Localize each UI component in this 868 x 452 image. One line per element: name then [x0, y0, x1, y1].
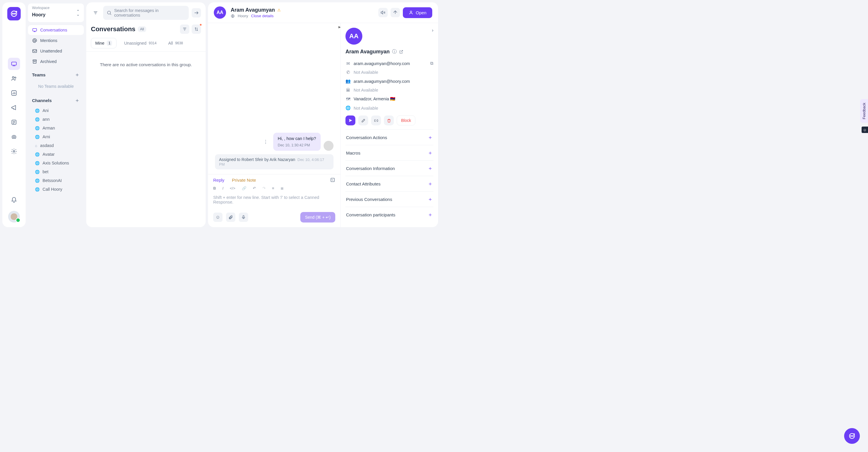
all-pill[interactable]: All	[138, 26, 146, 32]
ul-icon[interactable]: ≡	[272, 186, 274, 191]
edit-contact-button[interactable]	[358, 115, 368, 125]
block-contact-button[interactable]: Block	[397, 115, 415, 125]
expand-details-icon[interactable]: ›	[432, 28, 433, 33]
teams-header: Teams ＋	[28, 67, 84, 80]
rail-reports-icon[interactable]	[8, 87, 20, 99]
collapse-list-icon[interactable]	[192, 8, 201, 18]
channel-item[interactable]: 🌐Arman	[28, 124, 84, 132]
accordion-section[interactable]: Macros＋	[345, 145, 433, 160]
mute-button[interactable]	[378, 8, 388, 17]
rail-campaigns-icon[interactable]	[8, 102, 20, 114]
sort-button[interactable]	[192, 25, 201, 34]
nav-conversations[interactable]: Conversations	[28, 25, 84, 35]
close-details-link[interactable]: Close details	[251, 14, 274, 18]
channel-type-icon: 🌐	[35, 161, 40, 165]
svg-point-18	[107, 11, 111, 14]
channel-item[interactable]: 🌐Call Hoory	[28, 185, 84, 194]
link-icon[interactable]: 🔗	[242, 186, 246, 191]
accordion-section[interactable]: Conversation participants＋	[345, 207, 433, 222]
share-button[interactable]	[391, 8, 400, 17]
accordion-section[interactable]: Previous Conversations＋	[345, 191, 433, 207]
rail-help-icon[interactable]	[8, 116, 20, 128]
code-icon[interactable]: </>	[230, 186, 235, 191]
tab-unassigned[interactable]: Unassigned 9314	[120, 38, 160, 49]
signature-icon[interactable]	[330, 177, 335, 182]
channel-item[interactable]: 🌐bet	[28, 167, 84, 176]
rail-settings-icon[interactable]	[8, 145, 20, 158]
emoji-button[interactable]: ☺	[213, 213, 222, 222]
svg-rect-17	[33, 61, 36, 63]
channel-item[interactable]: ⌂asdasd	[28, 141, 84, 150]
italic-icon[interactable]: I	[222, 186, 223, 191]
warning-icon: ⚠	[277, 8, 281, 12]
contact-name: Aram Avagumyan	[231, 7, 275, 13]
expand-icon[interactable]: ＋	[428, 149, 433, 156]
svg-point-10	[13, 137, 14, 137]
redo-icon[interactable]: ↷	[262, 186, 266, 191]
channel-item[interactable]: 🌐Avatar	[28, 150, 84, 159]
brand-logo[interactable]	[7, 7, 21, 21]
search-icon	[106, 10, 112, 16]
phone-icon: ✆	[345, 70, 351, 75]
send-button[interactable]: Send (⌘ + ↵)	[300, 212, 335, 223]
accordion-section[interactable]: Conversation Actions＋	[345, 130, 433, 145]
svg-point-2	[14, 13, 16, 14]
rail-contacts-icon[interactable]	[8, 72, 20, 85]
channel-type-icon: 🌐	[35, 117, 40, 122]
list-title: Conversations	[91, 25, 135, 33]
reply-tab[interactable]: Reply	[213, 177, 224, 182]
channel-item[interactable]: 🌐Arni	[28, 132, 84, 141]
user-avatar[interactable]	[8, 211, 20, 223]
tab-all[interactable]: All 9638	[164, 38, 187, 49]
notifications-icon[interactable]	[8, 194, 20, 206]
channel-item[interactable]: 🌐BetssonAI	[28, 176, 84, 185]
nav-mentions[interactable]: Mentions	[28, 35, 84, 46]
message-menu-icon[interactable]: ⋮	[261, 137, 270, 146]
external-link-icon[interactable]	[399, 50, 403, 54]
expand-icon[interactable]: ＋	[428, 134, 433, 141]
private-note-tab[interactable]: Private Note	[232, 177, 256, 182]
ol-icon[interactable]: ≣	[280, 186, 284, 191]
svg-point-3	[16, 11, 17, 12]
people-icon: 👥	[345, 79, 351, 84]
add-channel-button[interactable]: ＋	[74, 97, 80, 104]
nav-archived[interactable]: Archived	[28, 57, 84, 66]
expand-icon[interactable]: ＋	[428, 165, 433, 172]
teams-empty: No Teams available	[28, 81, 84, 92]
svg-point-5	[12, 77, 14, 78]
tab-mine[interactable]: Mine 1	[91, 38, 117, 49]
merge-contact-button[interactable]	[371, 115, 381, 125]
new-conversation-button[interactable]	[345, 115, 355, 125]
info-icon[interactable]: ⓘ	[392, 49, 397, 55]
expand-icon[interactable]: ＋	[428, 180, 433, 187]
bold-icon[interactable]: B	[213, 186, 216, 191]
expand-icon[interactable]: ＋	[428, 196, 433, 203]
add-team-button[interactable]: ＋	[74, 71, 80, 78]
workspace-picker[interactable]: Workspace Hoory ⌃⌄	[28, 3, 84, 22]
channel-type-icon: 🌐	[35, 178, 40, 183]
channel-item[interactable]: 🌐Ani	[28, 106, 84, 115]
undo-icon[interactable]: ↶	[253, 186, 256, 191]
expand-icon[interactable]: ＋	[428, 211, 433, 218]
attach-button[interactable]	[226, 213, 235, 222]
svg-point-1	[12, 13, 13, 14]
channel-item[interactable]: 🌐Axis Solutions	[28, 159, 84, 167]
svg-point-14	[34, 40, 35, 41]
filter-icon[interactable]	[91, 8, 100, 18]
filter-button[interactable]	[180, 25, 189, 34]
channel-item[interactable]: 🌐ann	[28, 115, 84, 124]
message-input[interactable]: Shift + enter for new line. Start with '…	[208, 193, 341, 209]
delete-contact-button[interactable]	[384, 115, 394, 125]
rail-bot-icon[interactable]	[8, 131, 20, 143]
rail-conversations-icon[interactable]	[8, 58, 20, 70]
channel-type-icon: 🌐	[35, 109, 40, 113]
chevron-updown-icon: ⌃⌄	[76, 10, 80, 16]
accordion-section[interactable]: Contact Attributes＋	[345, 176, 433, 191]
open-button[interactable]: Open	[403, 7, 432, 18]
audio-button[interactable]	[239, 213, 248, 222]
collapse-details-icon[interactable]: ▶	[338, 25, 341, 29]
search-input[interactable]: Search for messages in conversations	[103, 6, 189, 20]
copy-icon[interactable]: ⧉	[430, 61, 433, 66]
accordion-section[interactable]: Conversation Information＋	[345, 160, 433, 176]
nav-unattended[interactable]: Unattended	[28, 46, 84, 56]
